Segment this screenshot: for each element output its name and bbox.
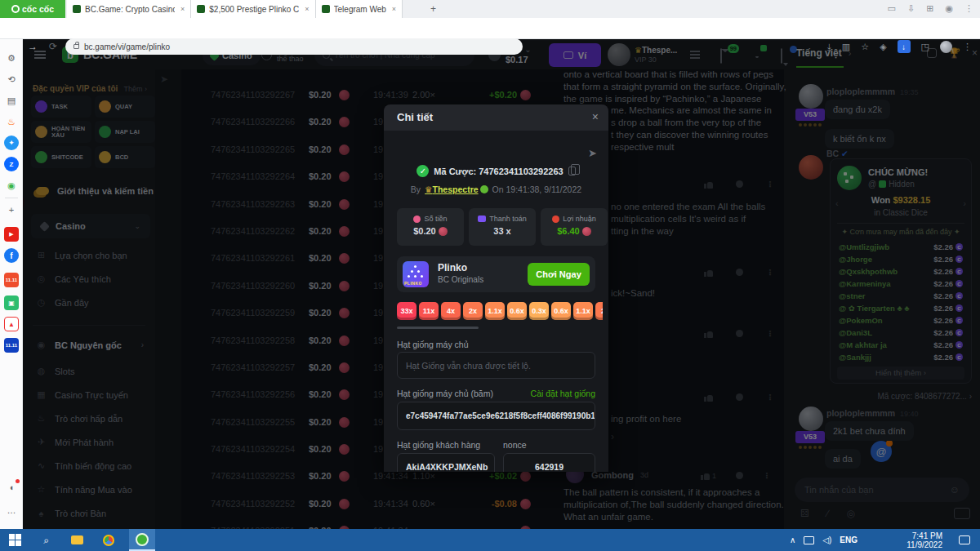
server-seed-field[interactable]: Hạt Giống vẫn chưa được tiết lộ. <box>397 352 595 379</box>
reload-icon[interactable]: ⟳ <box>49 41 57 52</box>
share-icon[interactable]: ➤ <box>588 147 597 159</box>
file-explorer-icon[interactable] <box>70 533 84 547</box>
multiplier-chip: 1.1x <box>573 302 593 320</box>
downloader-icon[interactable]: ↓ <box>898 40 911 53</box>
profile-icon[interactable]: ◉ <box>945 3 953 14</box>
play-now-button[interactable]: Chơi Ngay <box>528 263 590 286</box>
multiplier-chip: 2x <box>463 302 483 320</box>
browser-tab[interactable]: Telegram Web × <box>316 0 403 18</box>
hot-trend-icon[interactable]: ♨ <box>4 114 19 129</box>
apps-grid-icon[interactable]: ⊞ <box>926 3 933 14</box>
client-seed-field[interactable]: AkiA4XKKPJMXeNb <box>397 453 495 472</box>
seed-settings-link[interactable]: Cài đặt hạt giống <box>531 389 595 398</box>
browser-menu-icon[interactable]: ⋮ <box>963 42 972 52</box>
bookmark-star-icon[interactable]: ☆ <box>861 42 869 52</box>
reading-list-icon[interactable]: ▤ <box>4 93 19 108</box>
action-center-icon[interactable] <box>959 529 970 551</box>
multiplier-chip: 33x <box>397 302 416 320</box>
plinko-game-icon[interactable]: PLINKO <box>403 261 429 287</box>
input-language[interactable]: ENG <box>840 535 858 544</box>
browser-tab[interactable]: $2,500 Prestige Plinko Challe × <box>191 0 315 18</box>
start-button[interactable] <box>8 533 22 547</box>
notifications-bell-icon[interactable]: ◖ <box>4 480 19 495</box>
tab-close-icon[interactable]: × <box>305 5 309 13</box>
youtube-icon[interactable]: ▶ <box>4 227 19 242</box>
bet-id-label: Mã Cược: <box>434 167 476 176</box>
green-app-icon[interactable]: ▣ <box>4 295 19 310</box>
rail-divider <box>5 198 18 198</box>
amount-icon <box>413 216 421 223</box>
bet-author-row: By ♛Thespectre On 19:41:38, 9/11/2022 <box>384 184 608 194</box>
stat-card-payout: Thanh toán 33 x <box>469 208 536 246</box>
modal-title: Chi tiết <box>397 111 433 123</box>
multiplier-chip: 2x <box>595 302 603 320</box>
copy-icon[interactable] <box>568 167 576 176</box>
browser-tab[interactable]: BC.Game: Crypto Casino Gan × <box>67 0 191 18</box>
payout-value: 33 x <box>469 226 536 236</box>
reader-icon[interactable]: ▥ <box>842 42 850 52</box>
tray-chevron-icon[interactable]: ∧ <box>790 535 795 544</box>
browser-tabbar: cốc cốc BC.Game: Crypto Casino Gan × $2,… <box>0 0 980 18</box>
browser-side-rail: ⚙ ⟲ ▤ ♨ ✦ Z ◉ + ▶ f 11.11 ▣ ▲ 11.11 ◖ … <box>0 39 23 529</box>
browser-profile-avatar[interactable] <box>940 41 952 53</box>
settings-gear-icon[interactable]: ⚙ <box>4 51 19 65</box>
messenger-icon[interactable]: ✦ <box>4 136 19 150</box>
facebook-icon[interactable]: f <box>4 248 19 263</box>
server-seed-hash-field[interactable]: e7c459474fa77ae5ce9e6218f5f8ceff4086f991… <box>397 402 595 430</box>
history-icon[interactable]: ⟲ <box>4 72 19 87</box>
tab-close-icon[interactable]: × <box>392 5 396 13</box>
server-seed-hash-label: Hạt giống máy chủ (băm) <box>397 389 493 398</box>
add-shortcut-icon[interactable]: + <box>4 202 19 217</box>
menu-icon[interactable]: ⋮ <box>964 3 973 14</box>
gamepad-icon[interactable]: ◉ <box>4 178 19 193</box>
url-field[interactable]: bc.game/vi/game/plinko <box>65 38 523 55</box>
rail-more-icon[interactable]: … <box>4 503 19 518</box>
brand-label: cốc cốc <box>22 4 54 14</box>
strip-scrollbar[interactable] <box>397 327 479 329</box>
taskbar-search-icon[interactable]: ⌕ <box>39 533 53 547</box>
new-tab-button[interactable]: + <box>430 3 436 15</box>
shield-icon[interactable]: ◈ <box>880 42 886 52</box>
amount-label: Số tiền <box>424 215 447 223</box>
multiplier-strip[interactable]: 33x 11x 4x 2x 1.1x 0.6x 0.3x 0.6x 1.1x 2… <box>397 302 603 320</box>
game-info-row: PLINKO Plinko BC Originals Chơi Ngay <box>397 256 595 292</box>
hat-app-icon[interactable]: ▲ <box>4 317 19 331</box>
windows-taskbar: ⌕ ∧ ◁) ENG 7:41 PM 11/9/2022 <box>0 529 980 551</box>
payout-label: Thanh toán <box>489 215 527 223</box>
tab-close-icon[interactable]: × <box>180 5 185 13</box>
download-icon[interactable]: ⇩ <box>907 3 915 14</box>
tab-favicon <box>322 5 330 13</box>
chrome-icon[interactable] <box>101 533 115 547</box>
tab-favicon <box>73 5 81 13</box>
clock[interactable]: 7:41 PM 11/9/2022 <box>906 529 942 551</box>
modal-header: Chi tiết × <box>384 104 608 131</box>
browser-addressbar: ← → ⟳ bc.game/vi/game/plinko ⤓ ▥ ☆ ◈ ↓ ◳… <box>0 18 980 39</box>
volume-icon[interactable]: ◁) <box>822 535 831 544</box>
profit-value: $6.40 <box>557 226 580 236</box>
multiplier-chip: 1.1x <box>485 302 505 320</box>
zalo-icon[interactable]: Z <box>4 157 19 171</box>
verified-check-icon: ✓ <box>416 165 429 177</box>
coccoc-taskbar-active[interactable] <box>129 529 155 551</box>
profit-label: Lợi nhuận <box>563 215 595 223</box>
crown-icon: ♛ <box>425 184 432 194</box>
tray-time: 7:41 PM <box>912 531 942 540</box>
panel-icon[interactable]: ▭ <box>888 3 896 14</box>
tray-date: 11/9/2022 <box>906 540 942 549</box>
shopee-icon[interactable]: 11.11 <box>4 273 19 287</box>
save-icon[interactable]: ⤓ <box>827 42 831 52</box>
coccoc-logo-icon <box>11 5 20 13</box>
lock-icon <box>74 44 79 49</box>
by-label: By <box>411 184 421 194</box>
modal-close-icon[interactable]: × <box>592 110 599 123</box>
coccoc-brand-logo[interactable]: cốc cốc <box>0 0 65 18</box>
server-seed-label: Hạt giống máy chủ <box>397 340 469 349</box>
game-name: Plinko <box>438 262 467 273</box>
sale-1111-icon[interactable]: 11.11 <box>4 338 19 353</box>
multiplier-chip: 11x <box>419 302 439 320</box>
extensions-icon[interactable]: ◳ <box>921 42 929 52</box>
bet-author-link[interactable]: ♛Thespectre <box>425 184 488 194</box>
forward-icon[interactable]: → <box>28 41 38 52</box>
network-icon[interactable] <box>804 536 814 544</box>
nonce-field[interactable]: 642919 <box>503 453 595 472</box>
